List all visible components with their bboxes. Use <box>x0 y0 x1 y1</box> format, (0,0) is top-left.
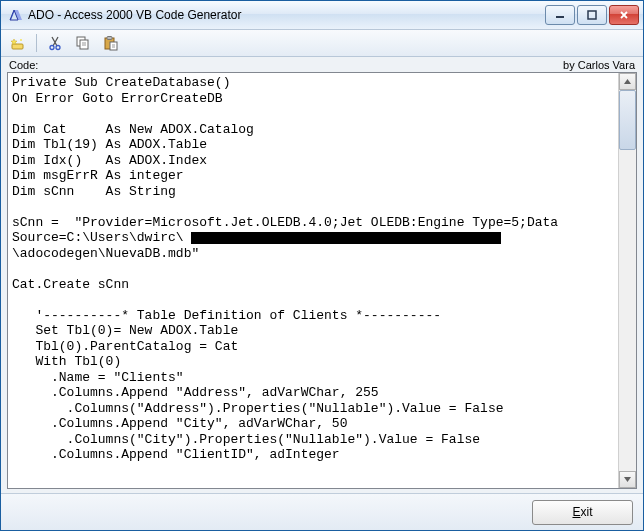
svg-point-3 <box>20 39 22 41</box>
minimize-button[interactable] <box>545 5 575 25</box>
title-bar: ADO - Access 2000 VB Code Generator <box>1 1 643 30</box>
toolbar-separator <box>36 34 37 52</box>
wizard-icon[interactable] <box>6 31 30 55</box>
window-controls <box>545 5 639 25</box>
svg-rect-1 <box>588 11 596 19</box>
code-area: Private Sub CreateDatabase() On Error Go… <box>7 72 637 489</box>
paste-icon[interactable] <box>99 31 123 55</box>
close-button[interactable] <box>609 5 639 25</box>
copy-icon[interactable] <box>71 31 95 55</box>
code-text[interactable]: Private Sub CreateDatabase() On Error Go… <box>8 73 618 488</box>
svg-point-4 <box>50 46 54 50</box>
label-row: Code: by Carlos Vara <box>1 57 643 72</box>
cut-icon[interactable] <box>43 31 67 55</box>
svg-point-5 <box>56 46 60 50</box>
bottom-bar: Exit <box>1 493 643 530</box>
scroll-track[interactable] <box>619 90 636 471</box>
window-title: ADO - Access 2000 VB Code Generator <box>28 8 545 22</box>
author-label: by Carlos Vara <box>563 59 635 71</box>
svg-rect-11 <box>107 37 112 40</box>
scroll-down-button[interactable] <box>619 471 636 488</box>
toolbar <box>1 30 643 57</box>
app-icon <box>7 7 23 23</box>
scroll-thumb[interactable] <box>619 90 636 150</box>
vertical-scrollbar[interactable] <box>618 73 636 488</box>
maximize-button[interactable] <box>577 5 607 25</box>
scroll-up-button[interactable] <box>619 73 636 90</box>
exit-button[interactable]: Exit <box>532 500 633 525</box>
code-label: Code: <box>9 59 38 71</box>
exit-button-label: Exit <box>572 505 592 519</box>
app-window: ADO - Access 2000 VB Code Generator <box>0 0 644 531</box>
svg-rect-12 <box>110 42 117 50</box>
redacted-path <box>191 232 501 244</box>
svg-rect-2 <box>12 44 23 49</box>
svg-rect-0 <box>556 16 564 18</box>
